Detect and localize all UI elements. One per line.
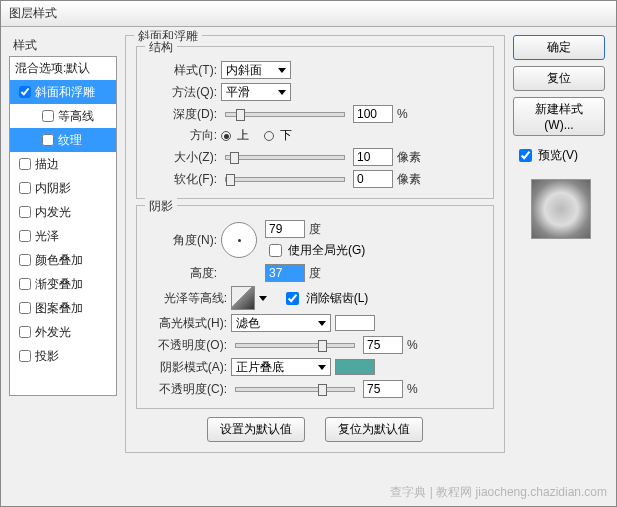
make-default-button[interactable]: 设置为默认值: [207, 417, 305, 442]
size-input[interactable]: [353, 148, 393, 166]
direction-up-radio[interactable]: [221, 131, 231, 141]
cancel-button[interactable]: 复位: [513, 66, 605, 91]
shading-label: 阴影: [145, 198, 177, 215]
style-inner-shadow[interactable]: 内阴影: [10, 176, 116, 200]
soften-slider[interactable]: [225, 177, 345, 182]
soften-label: 软化(F):: [147, 171, 217, 188]
style-contour[interactable]: 等高线: [10, 104, 116, 128]
preview-checkbox[interactable]: [519, 149, 532, 162]
angle-label: 角度(N):: [147, 232, 217, 249]
style-inner-shadow-checkbox[interactable]: [19, 182, 31, 194]
bevel-group: 斜面和浮雕 结构 样式(T): 内斜面 方法(Q): 平滑 深度(D):: [125, 35, 505, 453]
styles-list: 混合选项:默认 斜面和浮雕 等高线 纹理 描边 内阴影 内发光 光泽 颜色叠加 …: [9, 56, 117, 396]
angle-wheel[interactable]: [221, 222, 257, 258]
gloss-contour-label: 光泽等高线:: [147, 290, 227, 307]
style-texture-checkbox[interactable]: [42, 134, 54, 146]
style-bevel-emboss[interactable]: 斜面和浮雕: [10, 80, 116, 104]
shadow-mode-dropdown[interactable]: 正片叠底: [231, 358, 331, 376]
settings-panel: 斜面和浮雕 结构 样式(T): 内斜面 方法(Q): 平滑 深度(D):: [125, 35, 505, 459]
style-label: 样式(T):: [147, 62, 217, 79]
style-outer-glow[interactable]: 外发光: [10, 320, 116, 344]
highlight-mode-label: 高光模式(H):: [147, 315, 227, 332]
style-pattern-overlay-checkbox[interactable]: [19, 302, 31, 314]
reset-default-button[interactable]: 复位为默认值: [325, 417, 423, 442]
soften-unit: 像素: [397, 171, 427, 188]
style-texture[interactable]: 纹理: [10, 128, 116, 152]
highlight-opacity-input[interactable]: [363, 336, 403, 354]
style-drop-shadow[interactable]: 投影: [10, 344, 116, 368]
depth-unit: %: [397, 107, 427, 121]
shadow-opacity-input[interactable]: [363, 380, 403, 398]
style-gradient-overlay[interactable]: 渐变叠加: [10, 272, 116, 296]
gloss-contour-picker[interactable]: [231, 286, 255, 310]
new-style-button[interactable]: 新建样式(W)...: [513, 97, 605, 136]
styles-panel: 样式 混合选项:默认 斜面和浮雕 等高线 纹理 描边 内阴影 内发光 光泽 颜色…: [9, 35, 117, 459]
style-contour-checkbox[interactable]: [42, 110, 54, 122]
altitude-label: 高度:: [147, 265, 217, 282]
shadow-opacity-slider[interactable]: [235, 387, 355, 392]
chevron-down-icon: [318, 365, 326, 370]
global-light-checkbox[interactable]: [269, 244, 282, 257]
shadow-mode-label: 阴影模式(A):: [147, 359, 227, 376]
structure-label: 结构: [145, 39, 177, 56]
direction-label: 方向:: [147, 127, 217, 144]
ok-button[interactable]: 确定: [513, 35, 605, 60]
style-color-overlay-checkbox[interactable]: [19, 254, 31, 266]
shading-group: 阴影 角度(N): 度 使用全局光(G): [136, 205, 494, 409]
highlight-opacity-label: 不透明度(O):: [147, 337, 227, 354]
highlight-color-swatch[interactable]: [335, 315, 375, 331]
style-blending-options[interactable]: 混合选项:默认: [10, 57, 116, 80]
technique-label: 方法(Q):: [147, 84, 217, 101]
antialias-checkbox[interactable]: [286, 292, 299, 305]
style-dropdown[interactable]: 内斜面: [221, 61, 291, 79]
highlight-mode-dropdown[interactable]: 滤色: [231, 314, 331, 332]
style-bevel-checkbox[interactable]: [19, 86, 31, 98]
size-label: 大小(Z):: [147, 149, 217, 166]
preview-label: 预览(V): [538, 147, 578, 164]
global-light-label: 使用全局光(G): [288, 242, 365, 259]
style-outer-glow-checkbox[interactable]: [19, 326, 31, 338]
direction-down-radio[interactable]: [264, 131, 274, 141]
structure-group: 结构 样式(T): 内斜面 方法(Q): 平滑 深度(D): %: [136, 46, 494, 199]
technique-dropdown[interactable]: 平滑: [221, 83, 291, 101]
style-inner-glow[interactable]: 内发光: [10, 200, 116, 224]
depth-input[interactable]: [353, 105, 393, 123]
chevron-down-icon[interactable]: [259, 296, 267, 301]
altitude-input[interactable]: [265, 264, 305, 282]
shadow-opacity-label: 不透明度(C):: [147, 381, 227, 398]
chevron-down-icon: [278, 68, 286, 73]
chevron-down-icon: [318, 321, 326, 326]
angle-input[interactable]: [265, 220, 305, 238]
shadow-color-swatch[interactable]: [335, 359, 375, 375]
style-pattern-overlay[interactable]: 图案叠加: [10, 296, 116, 320]
style-inner-glow-checkbox[interactable]: [19, 206, 31, 218]
chevron-down-icon: [278, 90, 286, 95]
size-unit: 像素: [397, 149, 427, 166]
style-satin-checkbox[interactable]: [19, 230, 31, 242]
highlight-opacity-slider[interactable]: [235, 343, 355, 348]
styles-header: 样式: [9, 35, 117, 56]
style-stroke-checkbox[interactable]: [19, 158, 31, 170]
depth-slider[interactable]: [225, 112, 345, 117]
antialias-label: 消除锯齿(L): [306, 290, 369, 307]
soften-input[interactable]: [353, 170, 393, 188]
preview-thumbnail: [531, 179, 591, 239]
style-drop-shadow-checkbox[interactable]: [19, 350, 31, 362]
style-color-overlay[interactable]: 颜色叠加: [10, 248, 116, 272]
action-panel: 确定 复位 新建样式(W)... 预览(V): [513, 35, 608, 459]
window-title: 图层样式: [1, 1, 616, 27]
style-stroke[interactable]: 描边: [10, 152, 116, 176]
layer-style-dialog: 图层样式 样式 混合选项:默认 斜面和浮雕 等高线 纹理 描边 内阴影 内发光 …: [0, 0, 617, 507]
style-gradient-overlay-checkbox[interactable]: [19, 278, 31, 290]
depth-label: 深度(D):: [147, 106, 217, 123]
size-slider[interactable]: [225, 155, 345, 160]
style-satin[interactable]: 光泽: [10, 224, 116, 248]
